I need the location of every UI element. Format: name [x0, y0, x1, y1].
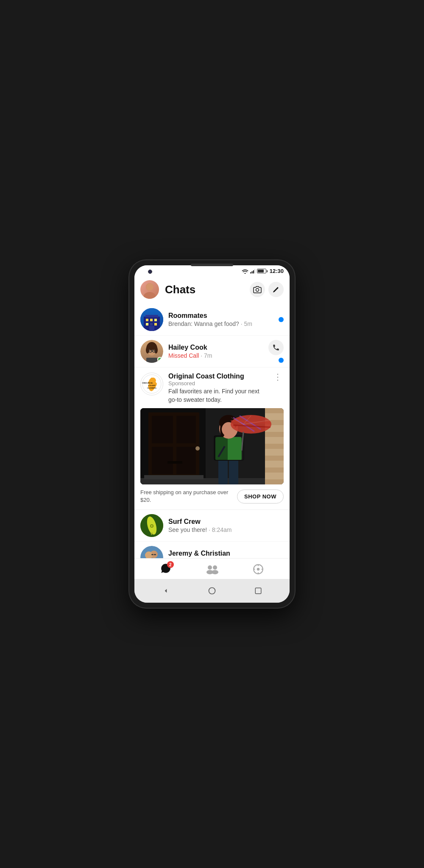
svg-point-39 — [195, 446, 200, 451]
front-camera — [148, 270, 152, 274]
recent-icon — [254, 587, 262, 595]
svg-point-5 — [144, 292, 156, 299]
svg-rect-38 — [176, 447, 196, 474]
phone-frame: 12:30 Chats — [129, 260, 295, 608]
svg-rect-3 — [254, 269, 255, 273]
svg-rect-53 — [265, 473, 284, 479]
compose-button[interactable] — [268, 282, 284, 297]
svg-rect-50 — [265, 456, 284, 461]
ad-info: Original Coast Clothing Sponsored Fall f… — [168, 373, 267, 404]
svg-rect-2 — [253, 270, 254, 273]
unread-indicator — [279, 358, 284, 363]
nav-people[interactable] — [206, 564, 218, 575]
nav-discover[interactable] — [253, 564, 264, 575]
ad-brand-name: Original Coast Clothing — [168, 373, 267, 380]
svg-point-97 — [209, 588, 215, 594]
svg-text:CLOTHING: CLOTHING — [147, 387, 156, 389]
svg-rect-14 — [146, 323, 148, 326]
roommates-preview: Brendan: Wanna get food? · 5m — [168, 320, 273, 327]
wifi-icon — [242, 269, 248, 274]
svg-rect-27 — [146, 358, 157, 363]
svg-rect-52 — [265, 467, 284, 473]
battery-icon — [257, 269, 266, 273]
svg-rect-35 — [152, 416, 173, 443]
svg-rect-51 — [265, 462, 284, 467]
camera-button[interactable] — [250, 282, 265, 297]
chat-item-surf-crew[interactable]: Surf Crew See you there! · 8:24am — [134, 510, 290, 542]
svg-rect-48 — [265, 444, 284, 449]
svg-rect-43 — [265, 414, 284, 419]
chat-item-hailey[interactable]: Hailey Cook Missed Call · 7m — [134, 336, 290, 367]
hailey-meta — [268, 340, 284, 363]
svg-rect-98 — [255, 588, 261, 594]
svg-text:ORIGINAL: ORIGINAL — [142, 382, 153, 384]
chats-badge: 2 — [167, 561, 174, 568]
svg-rect-15 — [150, 323, 153, 326]
user-avatar[interactable] — [140, 280, 159, 299]
ad-description: Fall favorites are in. Find your next go… — [168, 387, 267, 404]
status-bar: 12:30 — [134, 265, 290, 276]
people-nav-icon — [206, 564, 218, 575]
screen: 12:30 Chats — [134, 265, 290, 603]
svg-rect-37 — [152, 447, 173, 474]
call-button[interactable] — [268, 340, 284, 355]
chat-item-roommates[interactable]: Roommates Brendan: Wanna get food? · 5m — [134, 304, 290, 336]
phone-icon — [272, 344, 280, 351]
svg-rect-36 — [176, 416, 196, 443]
svg-rect-47 — [265, 438, 284, 443]
svg-rect-54 — [265, 479, 284, 484]
ad-header: ORIGINAL COAST CLOTHING Original Coast C… — [140, 373, 284, 404]
jeremy-avatar — [140, 546, 163, 558]
svg-rect-86 — [154, 554, 156, 555]
ad-offer-text: Free shipping on any purchase over $20. — [140, 489, 237, 504]
chat-item-jeremy[interactable]: Jeremy & Christian Nice · Mon — [134, 542, 290, 558]
brand-logo-svg: ORIGINAL COAST CLOTHING — [142, 374, 162, 394]
ad-footer: Free shipping on any purchase over $20. … — [140, 489, 284, 504]
ad-logo: ORIGINAL COAST CLOTHING — [140, 373, 163, 395]
home-button[interactable] — [205, 584, 219, 598]
svg-text:COAST: COAST — [148, 384, 156, 387]
svg-rect-42 — [265, 408, 284, 413]
back-button[interactable] — [159, 584, 173, 598]
signal-icon — [250, 269, 255, 274]
svg-rect-11 — [146, 319, 148, 321]
svg-rect-61 — [214, 436, 228, 460]
svg-rect-0 — [250, 272, 251, 273]
svg-rect-56 — [144, 475, 204, 479]
svg-point-67 — [231, 415, 271, 434]
svg-rect-13 — [154, 319, 157, 321]
surf-crew-avatar — [140, 514, 163, 537]
svg-rect-58 — [229, 457, 238, 484]
page-title: Chats — [165, 283, 250, 296]
recent-apps-button[interactable] — [251, 584, 265, 598]
svg-point-79 — [151, 525, 153, 527]
app-header: Chats — [134, 276, 290, 304]
svg-point-6 — [146, 283, 153, 291]
roommates-avatar — [140, 308, 163, 331]
svg-point-22 — [146, 347, 149, 353]
bottom-nav: 2 — [134, 558, 290, 579]
ad-sponsored-label: Sponsored — [168, 380, 267, 387]
svg-rect-57 — [218, 457, 228, 484]
unread-indicator — [279, 317, 284, 322]
status-time: 12:30 — [270, 268, 284, 274]
shop-now-button[interactable]: SHOP NOW — [237, 490, 284, 504]
nav-chats[interactable]: 2 — [160, 563, 171, 576]
jeremy-name: Jeremy & Christian — [168, 550, 284, 557]
svg-rect-17 — [149, 326, 154, 331]
discover-nav-icon — [253, 564, 264, 575]
online-indicator — [157, 357, 162, 362]
status-icons: 12:30 — [242, 268, 284, 274]
surf-crew-name: Surf Crew — [168, 518, 284, 526]
surf-crew-info: Surf Crew See you there! · 8:24am — [168, 518, 284, 533]
header-actions — [250, 282, 284, 297]
ad-more-button[interactable]: ⋮ — [272, 373, 284, 381]
svg-point-89 — [213, 565, 217, 570]
svg-rect-85 — [151, 554, 153, 555]
svg-rect-46 — [265, 432, 284, 437]
surf-crew-preview: See you there! · 8:24am — [168, 526, 284, 533]
user-avatar-image — [140, 280, 159, 299]
chat-list: Roommates Brendan: Wanna get food? · 5m — [134, 304, 290, 558]
svg-point-87 — [208, 565, 212, 570]
ad-image — [140, 408, 284, 484]
